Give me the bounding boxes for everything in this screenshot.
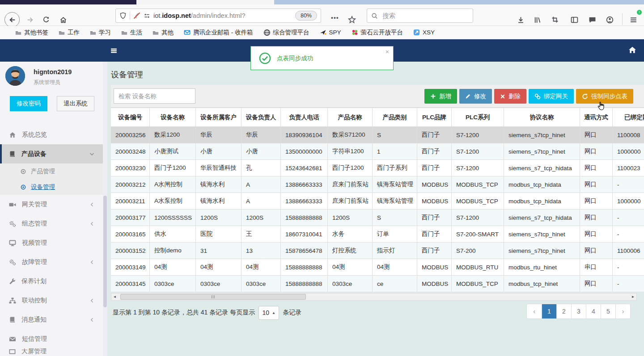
table-cell: 200003177 (111, 209, 149, 226)
bookmark-item[interactable]: 学习 (90, 29, 111, 37)
table-row[interactable]: 200003248小唐测试小唐小唐13500000000字符串12001西门子S… (111, 143, 644, 160)
dot-circle-icon (20, 184, 26, 190)
table-row[interactable]: 200003152控制demo311315878656478灯控系统指示灯西门子… (111, 243, 644, 259)
bookmark-item[interactable]: 其他 (153, 29, 174, 37)
downloads-icon[interactable] (514, 13, 527, 26)
logout-button[interactable]: 退出系统 (57, 96, 94, 111)
submenu-item-产品管理[interactable]: 产品管理 (0, 163, 103, 179)
pager-next[interactable]: › (615, 304, 630, 318)
scroll-right-arrow-icon[interactable]: ► (630, 293, 636, 300)
dropdown-up-arrow-icon: ▲ (272, 311, 275, 315)
spy-icon (320, 29, 326, 36)
table-row[interactable]: 200003230西门子1200华辰智通科技孔15243642681西门子120… (111, 160, 644, 176)
sidebar-item-短信管理[interactable]: 短信管理 (0, 329, 103, 348)
browser-search-box[interactable] (367, 8, 473, 23)
browser-search-input[interactable] (381, 12, 469, 20)
sidebar-item-大屏管理[interactable]: 大屏管理 (0, 348, 103, 355)
reload-button[interactable] (39, 13, 53, 26)
pager-page-1[interactable]: 1 (542, 304, 556, 318)
sidebar-collapse-icon[interactable] (109, 46, 119, 55)
url-bar[interactable]: iot.idosp.net/admin/index.html? 80% (115, 8, 321, 23)
navbar-home-icon[interactable] (628, 46, 638, 56)
bookmark-item[interactable]: 萤石云开放平台 (352, 29, 403, 37)
table-row[interactable]: 200003256数采1200华辰华辰18390936104数采S71200S西… (111, 127, 644, 143)
pager-page-5[interactable]: 5 (601, 304, 615, 318)
back-button[interactable] (4, 12, 20, 27)
column-header[interactable]: PLC品牌 (417, 108, 451, 126)
sidebar-scrollbar-thumb[interactable] (103, 196, 107, 307)
permissions-icon[interactable] (144, 13, 150, 19)
sidebar-item-联动控制[interactable]: 联动控制 (0, 291, 103, 310)
account-icon[interactable] (603, 13, 616, 26)
sidebar-scrollbar[interactable] (103, 62, 107, 356)
change-password-button[interactable]: 修改密码 (10, 96, 47, 111)
action-button-绑定网关[interactable]: 绑定网关 (529, 89, 574, 104)
zoom-level-badge[interactable]: 80% (295, 11, 317, 21)
column-header[interactable]: 已绑定网关 (612, 108, 644, 126)
column-header[interactable]: 设备名称 (149, 108, 195, 126)
pager-page-4[interactable]: 4 (586, 304, 601, 318)
table-row[interactable]: 200003212A水闸控制镇海水利A13886663333庶来门前泵站镇海泵站… (111, 176, 644, 193)
action-button-新增[interactable]: 新增 (424, 89, 457, 104)
sidebar-toggle-icon[interactable] (568, 13, 581, 26)
bookmark-item[interactable]: 腾讯企业邮箱 - 收件箱 (184, 29, 253, 37)
sidebar-item-保养计划[interactable]: 保养计划 (0, 272, 103, 291)
column-header[interactable]: 产品类别 (372, 108, 417, 126)
bookmark-star-icon[interactable] (345, 13, 359, 26)
scroll-left-arrow-icon[interactable]: ◄ (111, 293, 118, 300)
page-size-select[interactable]: 10 ▲ (258, 306, 279, 320)
sidebar-item-视频管理[interactable]: 视频管理 (0, 233, 103, 252)
sidebar-item-消息通知[interactable]: 消息通知 (0, 310, 103, 329)
column-header[interactable]: 协议名称 (504, 108, 580, 126)
table-row[interactable]: 20000314904测04测04测1588888888804测04测MODBU… (111, 259, 644, 276)
active-tab-strip[interactable] (0, 0, 136, 4)
submenu-item-设备管理[interactable]: 设备管理 (0, 179, 103, 195)
column-header[interactable]: PLC系列 (451, 108, 504, 126)
toast-close-icon[interactable]: × (386, 48, 389, 55)
scrollbar-thumb[interactable] (120, 294, 306, 300)
bookmark-item[interactable]: 工作 (59, 29, 80, 37)
bookmark-item[interactable]: SPY (320, 29, 341, 36)
column-header[interactable]: 设备所属客户 (195, 108, 241, 126)
forward-button[interactable] (23, 13, 37, 26)
table-cell: 网口 (580, 276, 612, 292)
chat-icon[interactable] (585, 13, 599, 26)
table-row[interactable]: 2000031450303ce0303ce0303ce1588888888803… (111, 276, 644, 292)
bookmark-item[interactable]: 综合管理平台 (263, 29, 309, 37)
device-search-input[interactable] (114, 88, 195, 104)
sidebar-item-网关管理[interactable]: 网关管理 (0, 195, 103, 214)
library-icon[interactable] (530, 13, 544, 26)
sidebar-item-产品设备[interactable]: 产品设备 (0, 144, 103, 163)
page-actions-icon[interactable]: ••• (331, 14, 339, 21)
table-cell: 1200S (195, 209, 241, 226)
bookmark-label: 萤石云开放平台 (361, 29, 403, 37)
action-button-删除[interactable]: 删除 (494, 89, 526, 104)
table-row[interactable]: 200003165供水医院王18607310041水务订单西门子S7-200-S… (111, 226, 644, 243)
table-cell: 15888888888 (280, 259, 327, 275)
table-row[interactable]: 2000031771200SSSSSS1200S1200S15888888888… (111, 209, 644, 226)
column-header[interactable]: 设备编号 (111, 108, 149, 126)
avatar[interactable] (5, 66, 25, 86)
bookmark-item[interactable]: 其他书签 (15, 29, 48, 37)
action-button-修改[interactable]: 修改 (459, 89, 492, 104)
bookmark-item[interactable]: 生活 (121, 29, 142, 37)
shield-icon[interactable] (119, 12, 127, 19)
table-cell: 控制demo (149, 243, 195, 259)
column-header[interactable]: 负责人电话 (280, 108, 327, 126)
column-header[interactable]: 设备负责人 (241, 108, 280, 126)
table-row[interactable]: 200003211A水泵控制镇海水利A13886663333庶来门前泵站镇海泵站… (111, 193, 644, 209)
url-text[interactable]: iot.idosp.net/admin/index.html? (153, 12, 292, 19)
pager-prev[interactable]: ‹ (527, 304, 542, 318)
bookmark-item[interactable]: XSY (413, 29, 435, 36)
home-button[interactable] (56, 13, 70, 26)
sidebar-item-故障管理[interactable]: 故障管理 (0, 252, 103, 272)
sidebar-item-系统总览[interactable]: 系统总览 (0, 125, 103, 144)
table-horizontal-scrollbar[interactable]: ◄ ► (111, 293, 637, 301)
blocked-content-icon[interactable] (133, 12, 140, 19)
column-header[interactable]: 产品名称 (327, 108, 372, 126)
sidebar-item-组态管理[interactable]: 组态管理 (0, 214, 103, 233)
screenshot-icon[interactable] (548, 13, 562, 26)
pager-page-3[interactable]: 3 (571, 304, 586, 318)
pager-page-2[interactable]: 2 (556, 304, 571, 318)
menu-hamburger-icon[interactable] (627, 13, 640, 26)
